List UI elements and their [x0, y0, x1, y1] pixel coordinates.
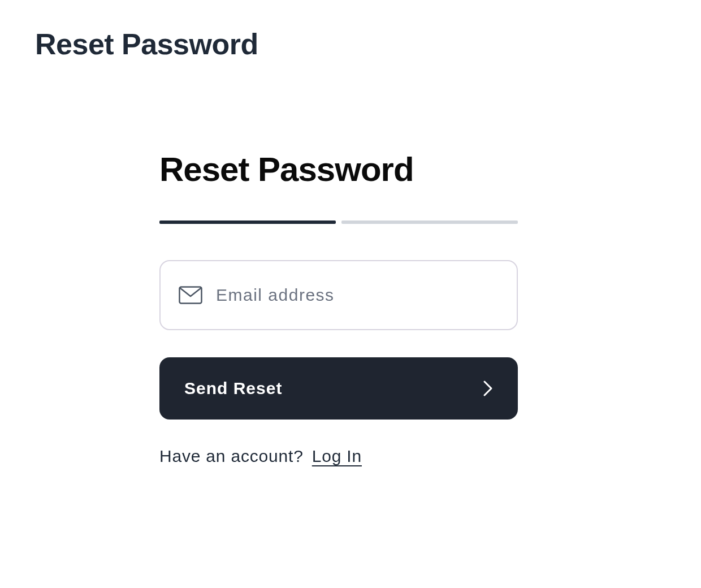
email-field[interactable]: [216, 286, 499, 305]
login-link[interactable]: Log In: [312, 447, 362, 465]
send-reset-label: Send Reset: [184, 379, 282, 398]
footer-row: Have an account? Log In: [159, 447, 518, 466]
progress-step-1: [159, 220, 336, 224]
page-title: Reset Password: [35, 27, 258, 61]
progress-step-2: [341, 220, 518, 224]
progress-bar: [159, 220, 518, 224]
email-input-wrapper[interactable]: [159, 260, 518, 330]
send-reset-button[interactable]: Send Reset: [159, 357, 518, 420]
mail-icon: [179, 286, 202, 304]
chevron-right-icon: [483, 380, 493, 397]
form-title: Reset Password: [159, 150, 518, 189]
reset-password-form: Reset Password Send Reset Have an accoun…: [159, 150, 518, 466]
footer-prompt: Have an account?: [159, 447, 309, 465]
